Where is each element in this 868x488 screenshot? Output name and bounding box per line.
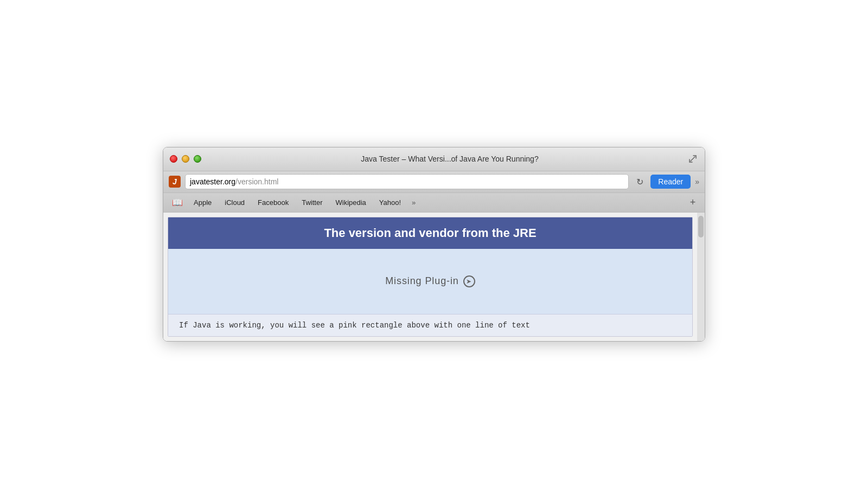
page-header: The version and vendor from the JRE (168, 217, 692, 249)
close-button[interactable] (170, 155, 177, 163)
maximize-button[interactable] (194, 155, 201, 163)
page-heading: The version and vendor from the JRE (179, 226, 681, 240)
browser-window: Java Tester – What Versi...of Java Are Y… (163, 147, 705, 342)
plugin-arrow-icon[interactable]: ➤ (463, 275, 475, 287)
reload-button[interactable]: ↻ (633, 175, 646, 188)
bookmark-twitter[interactable]: Twitter (296, 196, 328, 209)
window-title: Java Tester – What Versi...of Java Are Y… (201, 155, 698, 163)
reader-button[interactable]: Reader (650, 175, 691, 189)
minimize-button[interactable] (182, 155, 189, 163)
bookmark-wikipedia[interactable]: Wikipedia (330, 196, 372, 209)
scrollbar-thumb[interactable] (698, 216, 704, 237)
address-bar: J javatester.org /version.html ↻ Reader … (163, 171, 705, 193)
new-tab-button[interactable]: + (686, 196, 699, 209)
scrollbar[interactable] (697, 213, 705, 341)
page-footer: If Java is working, you will see a pink … (168, 314, 692, 336)
missing-plugin-message: Missing Plug-in ➤ (385, 275, 475, 287)
url-path: /version.html (235, 177, 278, 186)
title-bar: Java Tester – What Versi...of Java Are Y… (163, 147, 705, 171)
bookmark-facebook[interactable]: Facebook (252, 196, 294, 209)
page-content: The version and vendor from the JRE Miss… (163, 213, 705, 341)
page-body: Missing Plug-in ➤ (168, 249, 692, 314)
bookmark-apple[interactable]: Apple (188, 196, 217, 209)
toolbar-overflow-button[interactable]: » (695, 177, 699, 186)
url-domain: javatester.org (190, 177, 235, 186)
url-field[interactable]: javatester.org /version.html (185, 174, 629, 189)
footer-text: If Java is working, you will see a pink … (179, 321, 681, 330)
reading-list-icon[interactable]: 📖 (169, 195, 186, 210)
favicon: J (169, 176, 181, 188)
page-inner: The version and vendor from the JRE Miss… (168, 217, 693, 337)
bookmark-icloud[interactable]: iCloud (219, 196, 250, 209)
missing-plugin-text: Missing Plug-in (385, 275, 459, 287)
traffic-lights (170, 155, 201, 163)
bookmark-yahoo[interactable]: Yahoo! (374, 196, 406, 209)
bookmarks-bar: 📖 Apple iCloud Facebook Twitter Wikipedi… (163, 193, 705, 213)
bookmarks-overflow-button[interactable]: » (409, 196, 419, 209)
expand-button[interactable] (687, 153, 698, 164)
